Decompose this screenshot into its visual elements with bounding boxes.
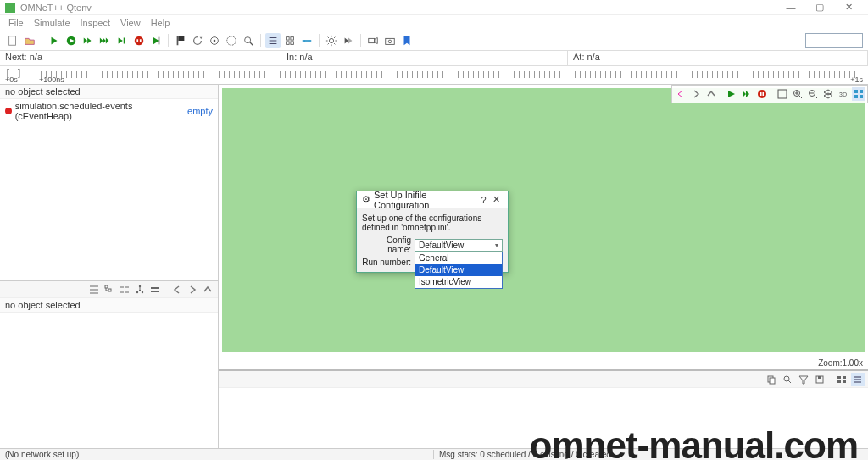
- svg-rect-77: [854, 95, 858, 98]
- inspector-toolbar: [0, 281, 218, 298]
- canvas-run-icon[interactable]: [725, 87, 738, 101]
- canvas-zoomout-icon[interactable]: [806, 87, 820, 101]
- menu-simulate[interactable]: Simulate: [31, 18, 74, 28]
- animation-speed-button[interactable]: [341, 33, 356, 48]
- object-tree-body[interactable]: simulation.scheduled-events (cEventHeap)…: [0, 99, 218, 280]
- inifile-config-dialog: ⚙ Set Up Inifile Configuration ? ✕ Set u…: [356, 191, 509, 273]
- canvas-stop-icon[interactable]: [755, 87, 769, 101]
- dialog-titlebar[interactable]: ⚙ Set Up Inifile Configuration ? ✕: [357, 191, 508, 208]
- right-column: 3D Zoom:1.00x omnet-manual.com: [219, 85, 868, 448]
- menu-view[interactable]: View: [117, 18, 144, 28]
- eventlog-button[interactable]: [207, 33, 222, 48]
- stop-button[interactable]: [131, 33, 147, 48]
- video-button[interactable]: [365, 33, 381, 48]
- new-file-button[interactable]: [5, 33, 20, 48]
- canvas-zoomin-icon[interactable]: [791, 87, 804, 101]
- express-run-button[interactable]: [97, 33, 113, 48]
- inspector-header: no object selected: [0, 298, 218, 313]
- timeline-button[interactable]: [299, 33, 314, 48]
- finish-button[interactable]: [173, 33, 188, 48]
- log-mode-log-icon[interactable]: [851, 373, 865, 386]
- svg-marker-19: [200, 36, 203, 39]
- dropdown-option-general[interactable]: General: [415, 252, 502, 264]
- config-name-combo[interactable]: DefaultView ▾ General DefaultView Isomet…: [415, 239, 503, 252]
- dialog-close-button[interactable]: ✕: [490, 194, 503, 205]
- preferences-button[interactable]: [324, 33, 339, 48]
- svg-marker-72: [824, 90, 832, 95]
- tree-row-label: simulation.scheduled-events (cEventHeap): [15, 101, 184, 121]
- mode-list-icon[interactable]: [87, 283, 101, 297]
- log-copy-icon[interactable]: [765, 373, 778, 386]
- svg-marker-15: [153, 36, 159, 44]
- dialog-help-button[interactable]: ?: [477, 195, 490, 205]
- svg-marker-60: [746, 91, 749, 97]
- log-body[interactable]: omnet-manual.com: [219, 388, 868, 448]
- canvas-back-icon[interactable]: [674, 87, 687, 101]
- gear-icon: ⚙: [362, 194, 370, 205]
- app-icon: [5, 3, 15, 13]
- maximize-button[interactable]: ▢: [805, 0, 834, 15]
- nav-back-icon[interactable]: [170, 283, 184, 297]
- run-button[interactable]: [64, 33, 79, 48]
- dropdown-option-isometricview[interactable]: IsometricView: [415, 276, 502, 288]
- mode-flat-icon[interactable]: [148, 283, 162, 297]
- close-button[interactable]: ✕: [834, 0, 863, 15]
- log-pane: omnet-manual.com: [219, 371, 868, 448]
- canvas-area[interactable]: [222, 88, 865, 352]
- mode-tree-icon[interactable]: [103, 283, 116, 297]
- svg-marker-7: [100, 37, 103, 43]
- in-label: In: n/a: [281, 51, 568, 65]
- menu-help[interactable]: Help: [147, 18, 174, 28]
- dialog-prompt: Set up one of the configurations defined…: [362, 213, 503, 232]
- toolbar-search-input[interactable]: [805, 33, 863, 48]
- svg-rect-85: [818, 376, 821, 379]
- svg-rect-64: [778, 90, 787, 98]
- minimize-button[interactable]: —: [776, 0, 805, 15]
- timeline-right-label: +1s: [850, 75, 863, 84]
- menu-inspect[interactable]: Inspect: [77, 18, 114, 28]
- open-button[interactable]: [22, 33, 37, 48]
- canvas-up-icon[interactable]: [704, 87, 718, 101]
- svg-marker-73: [824, 93, 832, 98]
- snapshot-button[interactable]: [382, 33, 398, 48]
- canvas-layers-icon[interactable]: [821, 87, 835, 101]
- find-button[interactable]: [241, 33, 256, 48]
- log-find-icon[interactable]: [781, 373, 794, 386]
- rebuild-button[interactable]: [190, 33, 205, 48]
- canvas-module-icon[interactable]: [852, 87, 865, 101]
- log-toolbar: [219, 371, 868, 388]
- next-label: Next: n/a: [0, 51, 281, 65]
- svg-rect-56: [151, 287, 159, 289]
- timeline-ruler[interactable]: [ ] +0s +100ns +1s: [0, 66, 868, 85]
- tree-row-scheduled-events[interactable]: simulation.scheduled-events (cEventHeap)…: [3, 101, 214, 121]
- grid-button[interactable]: [282, 33, 298, 48]
- dropdown-option-defaultview[interactable]: DefaultView: [415, 264, 502, 276]
- menu-file[interactable]: File: [5, 18, 27, 28]
- svg-point-21: [214, 39, 216, 42]
- nav-up-icon[interactable]: [201, 283, 214, 297]
- config-name-dropdown: General DefaultView IsometricView: [415, 252, 503, 289]
- step-button[interactable]: [47, 33, 62, 48]
- log-mode-msg-icon[interactable]: [835, 373, 849, 386]
- fast-run-button[interactable]: [81, 33, 96, 48]
- nav-fwd-icon[interactable]: [186, 283, 199, 297]
- log-save-icon[interactable]: [813, 373, 826, 386]
- canvas-relayout-icon[interactable]: [776, 87, 789, 101]
- bookmark-button[interactable]: [399, 33, 415, 48]
- debug-next-button[interactable]: [148, 33, 164, 48]
- mode-grouped-icon[interactable]: [118, 283, 131, 297]
- log-filter-icon[interactable]: [797, 373, 810, 386]
- canvas-fwd-icon[interactable]: [689, 87, 703, 101]
- svg-rect-45: [105, 285, 108, 288]
- list-button[interactable]: [265, 33, 281, 48]
- mode-hier-icon[interactable]: [133, 283, 147, 297]
- canvas-3d-icon[interactable]: 3D: [837, 87, 850, 101]
- inspector-body[interactable]: [0, 313, 218, 448]
- svg-point-41: [388, 40, 392, 43]
- svg-rect-80: [770, 378, 775, 384]
- dialog-body: Set up one of the configurations defined…: [357, 208, 508, 272]
- canvas-fast-icon[interactable]: [740, 87, 754, 101]
- run-until-button[interactable]: [114, 33, 130, 48]
- vector-button[interactable]: [224, 33, 239, 48]
- svg-line-24: [250, 42, 253, 45]
